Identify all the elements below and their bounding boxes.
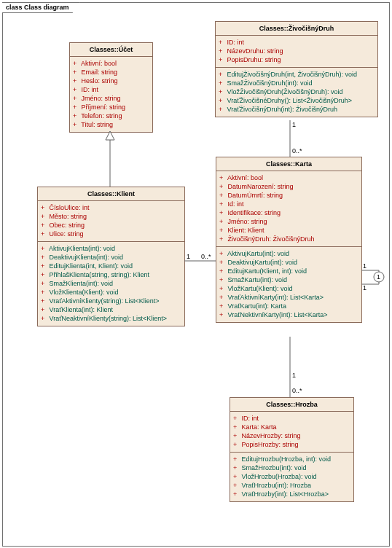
class-operation: + DeaktivujKartu(int): void <box>219 258 358 267</box>
class-attrs: + Aktivní: bool+ Email: string+ Heslo: s… <box>70 57 152 132</box>
class-attribute: + Aktivní: bool <box>73 59 149 68</box>
class-operation: + PřihlašKlienta(string, string): Klient <box>41 270 181 279</box>
class-ops: + EditujHrozbu(Hrozba, int): void+ SmažH… <box>230 453 353 501</box>
class-attribute: + ID: int <box>233 414 350 423</box>
class-attribute: + Obec: string <box>41 221 181 230</box>
class-operation: + VraťNeaktivníKlienty(string): List<Kli… <box>41 314 181 323</box>
class-operation: + VložKlienta(Klient): void <box>41 288 181 297</box>
class-attribute: + ŽivočišnýDruh: ŽivočišnýDruh <box>219 235 358 243</box>
class-attribute: + Příjmení: string <box>73 103 149 111</box>
class-attribute: + Jméno: string <box>219 217 358 226</box>
class-operation: + VložKartu(Klient): void <box>219 284 358 293</box>
class-operation: + SmažŽivočišnýDruh(int): void <box>219 79 375 87</box>
class-attribute: + Město: string <box>41 212 181 221</box>
class-attribute: + Identifikace: string <box>219 208 358 217</box>
class-operation: + VraťKlienta(int): Klient <box>41 305 181 314</box>
class-operation: + EditujKartu(Klient, int): void <box>219 267 358 275</box>
mult-hrozba-m: 0..* <box>292 387 302 394</box>
class-zivocisny-druh: Classes::ŽivočišnýDruh + ID: int+ NázevD… <box>215 21 378 117</box>
class-attribute: + Klient: Klient <box>219 226 358 235</box>
class-attrs: + ČísloUlice: int+ Město: string+ Obec: … <box>38 201 184 242</box>
class-operation: + SmažKartu(int): void <box>219 275 358 284</box>
class-operation: + EditujHrozbu(Hrozba, int): void <box>233 455 350 463</box>
class-title: Classes::Účet <box>70 43 152 57</box>
mult-self-circle-1: 1 <box>377 273 380 281</box>
class-operation: + VraťKartu(int): Karta <box>219 302 358 310</box>
class-operation: + SmažKlienta(int): void <box>41 279 181 288</box>
class-attribute: + Heslo: string <box>73 77 149 85</box>
class-operation: + VraťAktivníKlienty(string): List<Klien… <box>41 297 181 305</box>
class-attribute: + Titul: string <box>73 120 149 129</box>
class-operation: + AktivujKlienta(int): void <box>41 244 181 253</box>
class-operation: + VložHrozbu(Hrozba): void <box>233 472 350 481</box>
mult-karta-m: 0..* <box>201 253 211 260</box>
mult-self-1a: 1 <box>363 262 366 270</box>
class-operation: + DeaktivujKlienta(int): void <box>41 253 181 262</box>
class-attribute: + PopisHrozby: string <box>233 440 350 449</box>
class-operation: + VraťHrozbu(int): Hrozba <box>233 481 350 490</box>
class-operation: + SmažHrozbu(int): void <box>233 463 350 472</box>
class-title: Classes::Klient <box>38 187 184 201</box>
class-operation: + VraťAktivníKarty(int): List<Karta> <box>219 293 358 302</box>
class-ops: + AktivujKartu(int): void+ DeaktivujKart… <box>216 247 361 322</box>
class-operation: + AktivujKartu(int): void <box>219 249 358 258</box>
class-operation: + VraťHrozby(int): List<Hrozba> <box>233 490 350 498</box>
class-operation: + EditujKlienta(int, Klient): void <box>41 262 181 270</box>
class-title: Classes::Karta <box>216 157 361 171</box>
class-hrozba: Classes::Hrozba + ID: int+ Karta: Karta+… <box>230 397 354 502</box>
mult-druh-1: 1 <box>292 121 296 128</box>
class-karta: Classes::Karta + Aktivní: bool+ DatumNar… <box>216 157 362 323</box>
class-attrs: + Aktivní: bool+ DatumNarození: string+ … <box>216 171 361 247</box>
mult-klient-1: 1 <box>187 253 190 260</box>
class-title: Classes::Hrozba <box>230 398 353 412</box>
class-attribute: + DatumÚmrtí: string <box>219 191 358 200</box>
class-attribute: + ČísloUlice: int <box>41 203 181 212</box>
class-attribute: + Ulice: string <box>41 230 181 238</box>
class-attrs: + ID: int+ Karta: Karta+ NázevHrozby: st… <box>230 412 353 453</box>
diagram-title: class Class diagram <box>2 2 80 13</box>
class-operation: + VraťŽivočišnéDruhy(): List<ŽivočišnýDr… <box>219 96 375 105</box>
class-attribute: + DatumNarození: string <box>219 182 358 191</box>
class-attribute: + Telefon: string <box>73 111 149 120</box>
class-ucet: Classes::Účet + Aktivní: bool+ Email: st… <box>69 42 153 133</box>
class-ops: + AktivujKlienta(int): void+ DeaktivujKl… <box>38 242 184 326</box>
class-attrs: + ID: int+ NázevDruhu: string+ PopisDruh… <box>216 36 377 68</box>
class-operation: + VložŽivočišnýDruh(ŽivočišnýDruh): void <box>219 87 375 96</box>
class-klient: Classes::Klient + ČísloUlice: int+ Město… <box>37 187 185 326</box>
class-attribute: + Jméno: string <box>73 94 149 103</box>
mult-karta-1: 1 <box>292 372 296 379</box>
mult-self-1b: 1 <box>363 284 366 291</box>
class-ops: + EditujŽivočišnýDruh(int, ŽivočišnýDruh… <box>216 68 377 117</box>
class-attribute: + NázevHrozby: string <box>233 431 350 440</box>
class-attribute: + Email: string <box>73 68 149 77</box>
mult-karta-m2: 0..* <box>292 147 302 154</box>
class-title: Classes::ŽivočišnýDruh <box>216 22 377 36</box>
class-operation: + VraťNektivníKarty(int): List<Karta> <box>219 310 358 319</box>
class-operation: + VraťŽivočišnýDruh(int): ŽivočišnýDruh <box>219 105 375 114</box>
class-attribute: + PopisDruhu: string <box>219 55 375 64</box>
class-attribute: + Karta: Karta <box>233 423 350 431</box>
class-attribute: + Id: int <box>219 200 358 208</box>
class-attribute: + ID: int <box>219 38 375 47</box>
class-attribute: + Aktivní: bool <box>219 173 358 182</box>
class-operation: + EditujŽivočišnýDruh(int, ŽivočišnýDruh… <box>219 70 375 79</box>
class-attribute: + NázevDruhu: string <box>219 47 375 55</box>
class-attribute: + ID: int <box>73 85 149 94</box>
